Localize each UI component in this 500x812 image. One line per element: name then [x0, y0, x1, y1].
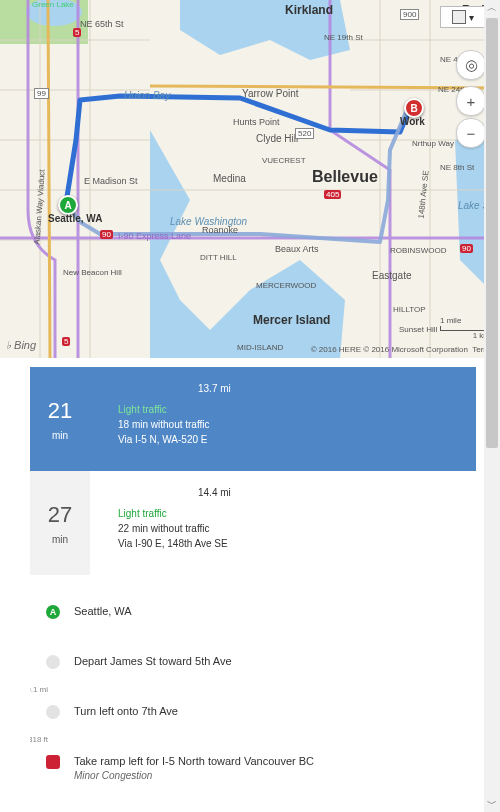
step-start[interactable]: A Seattle, WA — [34, 591, 472, 641]
minus-icon: − — [467, 125, 476, 142]
route-via: Via I-5 N, WA-520 E — [118, 432, 468, 447]
scroll-up-arrow[interactable]: ︿ — [484, 0, 500, 16]
marker-a-label: Seattle, WA — [48, 213, 102, 224]
route-no-traffic: 18 min without traffic — [118, 417, 468, 432]
route-via: Via I-90 E, 148th Ave SE — [118, 536, 468, 551]
scroll-down-arrow[interactable]: ﹀ — [484, 796, 500, 812]
route-option-primary[interactable]: 21 min 13.7 mi Light traffic 18 min with… — [30, 367, 476, 471]
route-unit: min — [52, 430, 68, 441]
step-node-icon — [46, 705, 60, 719]
label-kirkland: Kirkland — [285, 3, 333, 17]
label-sunset: Sunset Hill — [399, 325, 437, 334]
step-node-icon — [46, 655, 60, 669]
step-text: Turn left onto 7th Ave — [74, 705, 472, 717]
locate-button[interactable]: ◎ — [456, 50, 486, 80]
label-ne19: NE 19th St — [324, 33, 363, 42]
scale-bar: 1 mile 1 km — [440, 316, 490, 340]
label-vuecrest: VUECREST — [262, 156, 306, 165]
label-bellevue: Bellevue — [312, 168, 378, 186]
shield-i5b: 5 — [62, 337, 70, 346]
step-subtext: Minor Congestion — [74, 770, 472, 781]
route-distance: 13.7 mi — [198, 381, 468, 396]
interstate-shield-icon — [46, 755, 60, 769]
label-express: I-90 Express Lane — [118, 231, 191, 241]
step-item[interactable]: 318 ft Take ramp left for I-5 North towa… — [34, 741, 472, 795]
label-mercer: Mercer Island — [253, 313, 330, 327]
label-unionbay: Union Bay — [124, 90, 170, 101]
label-mercerwood: MERCERWOOD — [256, 281, 316, 290]
brand-logo: ♭ Bing — [6, 339, 36, 352]
shield-sr520: 520 — [295, 128, 314, 139]
label-huntspt: Hunts Point — [233, 117, 280, 127]
shield-i90b: 90 — [460, 244, 473, 253]
step-item[interactable]: 0.1 mi Turn left onto 7th Ave — [34, 691, 472, 741]
shield-i5a: 5 — [73, 28, 81, 37]
label-nrthup: Nrthup Way — [412, 139, 454, 148]
dropdown-icon: ▾ — [469, 12, 474, 23]
step-list: A Seattle, WA Depart James St toward 5th… — [30, 575, 476, 795]
label-roanoke: Roanoke — [202, 225, 238, 235]
route-distance: 14.4 mi — [198, 485, 468, 500]
shield-sr99: 99 — [34, 88, 49, 99]
step-text: Depart James St toward 5th Ave — [74, 655, 472, 667]
step-item[interactable]: Depart James St toward 5th Ave — [34, 641, 472, 691]
label-eastgate: Eastgate — [372, 270, 411, 281]
label-ditt: DITT HILL — [200, 253, 237, 262]
marker-b-label: Work — [400, 116, 425, 127]
label-beaux: Beaux Arts — [275, 244, 319, 254]
route-no-traffic: 22 min without traffic — [118, 521, 468, 536]
label-ne8: NE 8th St — [440, 163, 474, 172]
label-yarrow: Yarrow Point — [242, 88, 299, 99]
attribution: © 2016 HERE © 2016 Microsoft Corporation… — [311, 345, 494, 354]
map-canvas[interactable]: Green Lake NE 65th St Kirkland Redmo NE … — [0, 0, 500, 358]
vertical-scrollbar[interactable]: ︿ ﹀ — [484, 0, 500, 812]
zoom-in-button[interactable]: + — [456, 86, 486, 116]
zoom-out-button[interactable]: − — [456, 118, 486, 148]
label-medina: Medina — [213, 173, 246, 184]
shield-i90a: 90 — [100, 230, 113, 239]
shield-sr900: 900 — [400, 9, 419, 20]
step-text: Take ramp left for I-5 North toward Vanc… — [74, 755, 472, 767]
label-madison: E Madison St — [84, 176, 138, 186]
start-node-icon: A — [46, 605, 60, 619]
label-clyde: Clyde Hill — [256, 133, 298, 144]
locate-icon: ◎ — [465, 56, 478, 74]
marker-b-letter: B — [410, 103, 417, 114]
label-greenlake: Green Lake — [32, 0, 74, 9]
plus-icon: + — [467, 93, 476, 110]
scroll-track[interactable] — [484, 16, 500, 796]
step-text: Seattle, WA — [74, 605, 472, 617]
layers-button[interactable]: ▾ — [440, 6, 486, 28]
segment-distance: 0.1 mi — [30, 685, 48, 694]
route-option-alt[interactable]: 27 min 14.4 mi Light traffic 22 min with… — [30, 471, 476, 575]
layers-icon — [452, 10, 466, 24]
route-traffic: Light traffic — [118, 506, 468, 521]
directions-panel: 21 min 13.7 mi Light traffic 18 min with… — [30, 367, 476, 812]
label-ne65: NE 65th St — [80, 19, 124, 29]
marker-a[interactable]: A — [58, 195, 78, 215]
marker-b[interactable]: B — [404, 98, 424, 118]
scroll-thumb[interactable] — [486, 18, 498, 448]
route-traffic: Light traffic — [118, 402, 468, 417]
label-robinswood: ROBINSWOOD — [390, 246, 446, 255]
label-hilltop: HILLTOP — [393, 305, 426, 314]
label-midisland: MID-ISLAND — [237, 343, 283, 352]
route-minutes: 27 — [48, 502, 72, 528]
marker-a-letter: A — [64, 200, 71, 211]
route-unit: min — [52, 534, 68, 545]
label-newbeacon: New Beacon Hill — [63, 268, 122, 277]
shield-i405: 405 — [324, 190, 341, 199]
route-minutes: 21 — [48, 398, 72, 424]
segment-distance: 318 ft — [30, 735, 48, 744]
